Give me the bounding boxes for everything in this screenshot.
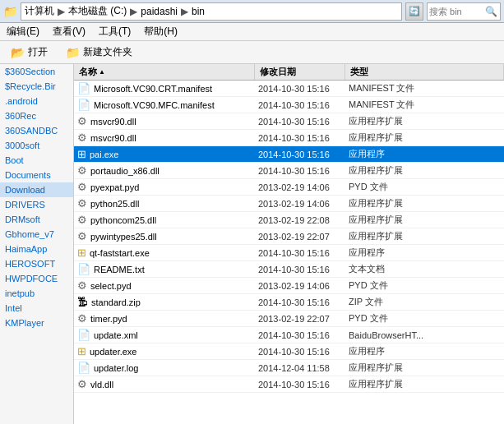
file-icon: ⚙	[77, 131, 87, 144]
file-type: MANIFEST 文件	[345, 82, 504, 94]
file-name: vld.dll	[90, 380, 113, 389]
sidebar-item[interactable]: DRIVERS	[0, 197, 73, 212]
table-row[interactable]: 📄README.txt2014-10-30 15:16文本文档	[74, 261, 504, 278]
main-area: $360Section$Recycle.Bir.android360Rec360…	[0, 64, 504, 424]
breadcrumb-computer[interactable]: 计算机	[25, 4, 54, 18]
search-input[interactable]	[428, 7, 483, 16]
file-name: README.txt	[94, 265, 145, 274]
table-row[interactable]: 📄Microsoft.VC90.MFC.manifest2014-10-30 1…	[74, 97, 504, 113]
sidebar-item[interactable]: Intel	[0, 301, 73, 316]
menu-bar: 编辑(E) 查看(V) 工具(T) 帮助(H)	[0, 23, 504, 41]
sidebar-item[interactable]: 360SANDBC	[0, 123, 73, 138]
breadcrumb-drive[interactable]: 本地磁盘 (C:)	[68, 4, 127, 18]
file-type: 应用程序扩展	[345, 164, 504, 177]
menu-help[interactable]: 帮助(H)	[141, 23, 181, 40]
file-icon: 📄	[77, 82, 90, 94]
table-row[interactable]: ⚙pyexpat.pyd2013-02-19 14:06PYD 文件	[74, 179, 504, 196]
file-date: 2013-02-19 22:08	[255, 215, 345, 225]
file-icon: ⚙	[77, 181, 87, 193]
col-header-name[interactable]: 名称 ▲	[74, 64, 255, 80]
file-icon: 📄	[77, 263, 90, 275]
sidebar-item[interactable]: .android	[0, 94, 73, 108]
table-row[interactable]: ⚙vld.dll2014-10-30 15:16应用程序扩展	[74, 376, 504, 393]
file-date: 2014-10-30 15:16	[255, 265, 345, 274]
refresh-button[interactable]: 🔄	[405, 2, 423, 21]
file-icon: ⚙	[77, 214, 87, 226]
sidebar-item[interactable]: HWPDFOCE	[0, 271, 73, 286]
breadcrumb[interactable]: 计算机 ▶ 本地磁盘 (C:) ▶ paidashi ▶ bin	[21, 2, 402, 21]
file-name: updater.exe	[90, 347, 137, 357]
table-row[interactable]: 📄updater.log2014-12-04 11:58应用程序扩展	[74, 360, 504, 376]
file-date: 2014-10-30 15:16	[255, 297, 345, 307]
file-name: pythoncom25.dll	[90, 215, 156, 225]
sidebar-item[interactable]: KMPlayer	[0, 316, 73, 330]
table-row[interactable]: 📄Microsoft.VC90.CRT.manifest2014-10-30 1…	[74, 81, 504, 97]
file-date: 2013-02-19 14:06	[255, 199, 345, 209]
file-name: standard.zip	[91, 297, 141, 307]
file-date: 2014-10-30 15:16	[255, 166, 345, 176]
address-bar: 📁 计算机 ▶ 本地磁盘 (C:) ▶ paidashi ▶ bin 🔄 🔍	[0, 0, 504, 23]
table-row[interactable]: ⊞updater.exe2014-10-30 15:16应用程序	[74, 343, 504, 360]
table-row[interactable]: ⚙pythoncom25.dll2013-02-19 22:08应用程序扩展	[74, 212, 504, 228]
table-row[interactable]: ⊞qt-faststart.exe2014-10-30 15:16应用程序	[74, 245, 504, 261]
sidebar-item[interactable]: Documents	[0, 168, 73, 182]
file-type: ZIP 文件	[345, 296, 504, 308]
file-date: 2014-12-04 11:58	[255, 363, 345, 373]
file-name: pywintypes25.dll	[90, 232, 157, 242]
file-date: 2014-10-30 15:16	[255, 117, 345, 127]
sidebar-item[interactable]: HEROSOFT	[0, 256, 73, 271]
open-button[interactable]: 📂 打开	[5, 42, 53, 62]
file-name: python25.dll	[90, 199, 139, 209]
file-icon: 📄	[77, 329, 90, 341]
file-date: 2013-02-19 22:07	[255, 232, 345, 242]
col-header-type[interactable]: 类型	[345, 64, 504, 80]
sidebar-item[interactable]: DRMsoft	[0, 212, 73, 227]
table-row[interactable]: 📄update.xml2014-10-30 15:16BaiduBrowserH…	[74, 327, 504, 343]
file-name: pyexpat.pyd	[90, 182, 139, 192]
col-header-date[interactable]: 修改日期	[255, 64, 345, 80]
file-name: portaudio_x86.dll	[90, 166, 160, 176]
file-icon: ⚙	[77, 164, 87, 177]
sidebar-item[interactable]: Boot	[0, 153, 73, 168]
sidebar-item[interactable]: Download	[0, 182, 73, 197]
file-type: 应用程序	[345, 148, 504, 160]
file-type: MANIFEST 文件	[345, 99, 504, 111]
sidebar-item[interactable]: 3000soft	[0, 138, 73, 153]
file-type: 应用程序扩展	[345, 214, 504, 226]
file-type: 应用程序	[345, 247, 504, 259]
table-row[interactable]: 🗜standard.zip2014-10-30 15:16ZIP 文件	[74, 294, 504, 311]
file-name: pai.exe	[90, 150, 118, 159]
table-row[interactable]: ⊞pai.exe2014-10-30 15:16应用程序	[74, 146, 504, 163]
menu-view[interactable]: 查看(V)	[49, 23, 89, 40]
table-row[interactable]: ⚙portaudio_x86.dll2014-10-30 15:16应用程序扩展	[74, 163, 504, 179]
file-type: 应用程序扩展	[345, 197, 504, 210]
file-icon: 🗜	[77, 296, 88, 308]
file-type: 文本文档	[345, 263, 504, 275]
file-name: Microsoft.VC90.MFC.manifest	[94, 100, 215, 110]
sidebar-item[interactable]: $Recycle.Bir	[0, 79, 73, 94]
menu-tools[interactable]: 工具(T)	[95, 23, 134, 40]
breadcrumb-bin[interactable]: bin	[192, 6, 205, 17]
file-icon: ⚙	[77, 230, 87, 242]
sidebar-item[interactable]: Gbhome_v7	[0, 227, 73, 242]
table-row[interactable]: ⚙msvcr90.dll2014-10-30 15:16应用程序扩展	[74, 130, 504, 146]
breadcrumb-paidashi[interactable]: paidashi	[141, 6, 178, 17]
table-row[interactable]: ⚙select.pyd2013-02-19 14:06PYD 文件	[74, 278, 504, 294]
table-row[interactable]: ⚙msvcr90.dll2014-10-30 15:16应用程序扩展	[74, 113, 504, 130]
sidebar-item[interactable]: 360Rec	[0, 108, 73, 123]
column-header: 名称 ▲ 修改日期 类型	[74, 64, 504, 81]
file-type: 应用程序扩展	[345, 230, 504, 242]
sidebar-item[interactable]: inetpub	[0, 286, 73, 301]
table-row[interactable]: ⚙pywintypes25.dll2013-02-19 22:07应用程序扩展	[74, 228, 504, 245]
open-label: 打开	[28, 45, 48, 59]
file-icon: ⚙	[77, 312, 87, 325]
file-name: updater.log	[94, 363, 138, 373]
sidebar-item[interactable]: HaimaApp	[0, 242, 73, 256]
table-row[interactable]: ⚙timer.pyd2013-02-19 22:07PYD 文件	[74, 311, 504, 327]
sort-arrow: ▲	[99, 68, 105, 76]
sidebar-item[interactable]: $360Section	[0, 64, 73, 79]
file-icon: ⚙	[77, 115, 87, 127]
menu-edit[interactable]: 编辑(E)	[3, 23, 43, 40]
table-row[interactable]: ⚙python25.dll2013-02-19 14:06应用程序扩展	[74, 196, 504, 212]
new-folder-button[interactable]: 📁 新建文件夹	[60, 42, 138, 62]
